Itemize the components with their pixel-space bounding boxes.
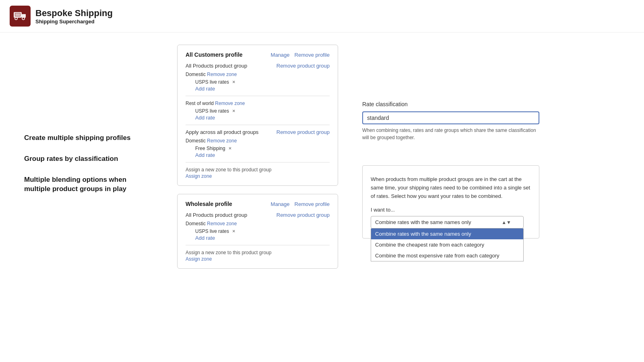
rate-classification-input[interactable]	[362, 111, 539, 124]
combine-rates-select-wrapper: Combine rates with the same names only ▲…	[371, 216, 531, 228]
free-shipping-item: Free Shipping ×	[195, 145, 330, 151]
combine-rates-section: When products from multiple product grou…	[362, 165, 539, 239]
add-rate-link-3[interactable]: Add rate	[195, 152, 215, 158]
domestic-zone-2: Domestic Remove zone Free Shipping × Add…	[186, 138, 330, 158]
wholesale-profile-card: Wholesale profile Manage Remove profile …	[177, 194, 338, 269]
combine-rates-desc: When products from multiple product grou…	[371, 175, 531, 200]
wholesale-add-rate-item: Add rate	[195, 235, 330, 241]
domestic-rate-list-2: Free Shipping × Add rate	[186, 145, 330, 158]
feature-list: Create multiple shipping profiles Group …	[0, 45, 169, 277]
logo-title: Bespoke Shipping	[35, 8, 113, 19]
assign-zone-section-1: Assign a new zone to this product group …	[186, 167, 330, 179]
svg-point-3	[22, 17, 25, 20]
assign-zone-section-2: Assign a new zone to this product group …	[186, 249, 330, 262]
wholesale-domestic-remove-zone-link[interactable]: Remove zone	[207, 221, 237, 226]
free-shipping-label: Free Shipping	[195, 146, 225, 151]
add-rate-link-2[interactable]: Add rate	[195, 115, 215, 121]
wholesale-domestic-zone: Domestic Remove zone USPS live rates × A…	[186, 220, 330, 241]
assign-zone-desc-2: Assign a new zone to this product group	[186, 250, 271, 255]
usps-rate-item-1: USPS live rates ×	[195, 79, 330, 85]
svg-rect-6	[15, 13, 20, 16]
wholesale-profile-header: Wholesale profile Manage Remove profile	[186, 201, 330, 207]
wholesale-profile-actions: Manage Remove profile	[271, 201, 330, 207]
wholesale-usps-rate-item: USPS live rates ×	[195, 228, 330, 234]
domestic-zone-label-1: Domestic Remove zone	[186, 72, 237, 77]
usps-rate-label-1: USPS live rates	[195, 79, 229, 85]
apply-across-group-title: Apply across all product groups	[186, 129, 258, 135]
wholesale-divider	[186, 245, 330, 245]
wholesale-domestic-rate-list: USPS live rates × Add rate	[186, 228, 330, 241]
divider-2	[186, 125, 330, 125]
all-products-remove-group-link[interactable]: Remove product group	[277, 63, 330, 69]
rest-of-world-zone-label: Rest of world Remove zone	[186, 101, 245, 106]
assign-zone-link-2[interactable]: Assign zone	[186, 256, 330, 262]
rate-classification-section: Rate classification When combining rates…	[362, 101, 539, 141]
wholesale-remove-profile-link[interactable]: Remove profile	[295, 201, 330, 207]
wholesale-manage-link[interactable]: Manage	[271, 201, 290, 207]
usps-rate-remove-2[interactable]: ×	[232, 108, 235, 114]
i-want-label: I want to...	[371, 207, 531, 213]
all-customers-profile-card: All Customers profile Manage Remove prof…	[177, 45, 338, 186]
feature-item-2: Group rates by classification	[24, 154, 145, 164]
shipping-profiles-panel: All Customers profile Manage Remove prof…	[169, 45, 346, 277]
all-products-group-header: All Products product group Remove produc…	[186, 63, 330, 69]
all-products-group: All Products product group Remove produc…	[186, 63, 330, 121]
combine-rates-selected-value: Combine rates with the same names only	[375, 219, 502, 225]
apply-across-group: Apply across all product groups Remove p…	[186, 129, 330, 179]
assign-zone-link-1[interactable]: Assign zone	[186, 173, 330, 179]
all-customers-remove-profile-link[interactable]: Remove profile	[295, 52, 330, 58]
combine-rates-select[interactable]: Combine rates with the same names only ▲…	[371, 216, 524, 228]
svg-point-2	[15, 17, 17, 20]
usps-rate-item-2: USPS live rates ×	[195, 108, 330, 114]
all-products-group-title: All Products product group	[186, 63, 247, 69]
rest-of-world-zone: Rest of world Remove zone USPS live rate…	[186, 100, 330, 121]
divider-3	[186, 162, 330, 162]
combine-rates-dropdown: Combine rates with the same names only C…	[371, 228, 524, 261]
all-customers-profile-title: All Customers profile	[186, 51, 243, 58]
wholesale-add-rate-link[interactable]: Add rate	[195, 235, 215, 241]
domestic-remove-zone-link-1[interactable]: Remove zone	[207, 72, 237, 77]
logo-text: Bespoke Shipping Shipping Supercharged	[35, 8, 113, 25]
dropdown-item-same-names[interactable]: Combine rates with the same names only	[371, 228, 523, 239]
logo-subtitle-normal: Shipping	[35, 19, 59, 25]
add-rate-item-1: Add rate	[195, 86, 330, 92]
all-customers-manage-link[interactable]: Manage	[271, 52, 290, 58]
wholesale-domestic-zone-label: Domestic Remove zone	[186, 221, 237, 226]
rest-of-world-remove-zone-link[interactable]: Remove zone	[215, 101, 245, 106]
all-customers-profile-actions: Manage Remove profile	[271, 52, 330, 58]
rest-of-world-rate-list: USPS live rates × Add rate	[186, 108, 330, 121]
wholesale-remove-group-link[interactable]: Remove product group	[277, 212, 330, 218]
rate-classification-helper: When combining rates, rates and rate gro…	[362, 127, 539, 141]
dropdown-item-cheapest[interactable]: Combine the cheapest rate from each cate…	[371, 239, 523, 250]
domestic-zone-label-2: Domestic Remove zone	[186, 138, 237, 144]
main-content: Create multiple shipping profiles Group …	[0, 33, 644, 289]
domestic-zone-1: Domestic Remove zone USPS live rates × A…	[186, 71, 330, 92]
rate-classification-title: Rate classification	[362, 101, 539, 107]
wholesale-all-products-group: All Products product group Remove produc…	[186, 212, 330, 241]
feature-item-1: Create multiple shipping profiles	[24, 133, 145, 143]
apply-across-group-header: Apply across all product groups Remove p…	[186, 129, 330, 135]
wholesale-usps-rate-remove[interactable]: ×	[232, 228, 235, 234]
all-customers-profile-header: All Customers profile Manage Remove prof…	[186, 51, 330, 58]
wholesale-usps-rate-label: USPS live rates	[195, 228, 229, 234]
free-shipping-remove[interactable]: ×	[229, 145, 232, 151]
apply-across-remove-group-link[interactable]: Remove product group	[277, 129, 330, 135]
logo-icon	[10, 6, 31, 27]
feature-item-3: Multiple blending options when multiple …	[24, 175, 145, 194]
right-panel: Rate classification When combining rates…	[346, 45, 555, 277]
usps-rate-remove-1[interactable]: ×	[232, 79, 235, 85]
logo: Bespoke Shipping Shipping Supercharged	[10, 6, 113, 27]
divider-1	[186, 96, 330, 96]
add-rate-item-2: Add rate	[195, 115, 330, 121]
dropdown-item-most-expensive[interactable]: Combine the most expensive rate from eac…	[371, 250, 523, 261]
select-arrow-icon: ▲▼	[502, 220, 511, 225]
assign-zone-desc-1: Assign a new zone to this product group	[186, 167, 271, 173]
wholesale-profile-title: Wholesale profile	[186, 201, 232, 207]
app-header: Bespoke Shipping Shipping Supercharged	[0, 0, 644, 33]
logo-subtitle: Shipping Supercharged	[35, 19, 113, 25]
add-rate-link-1[interactable]: Add rate	[195, 86, 215, 92]
logo-subtitle-bold: Supercharged	[59, 19, 94, 25]
add-rate-item-3: Add rate	[195, 152, 330, 158]
wholesale-all-products-title: All Products product group	[186, 212, 247, 218]
domestic-remove-zone-link-2[interactable]: Remove zone	[207, 138, 237, 144]
